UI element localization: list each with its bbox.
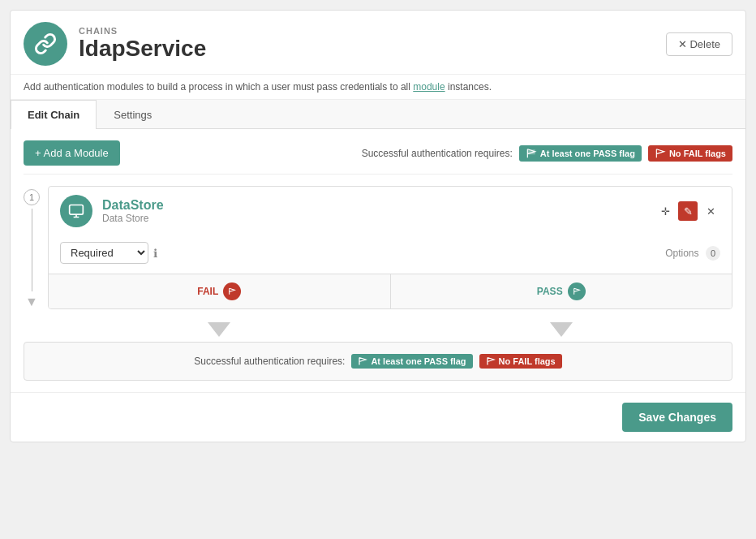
module-card-actions: ✛ ✎ ✕: [655, 201, 720, 221]
module-type: Data Store: [102, 213, 164, 224]
module-item-wrapper: 1 ▼: [24, 186, 732, 309]
module-card: DataStore Data Store ✛ ✎ ✕: [48, 186, 732, 309]
control-select[interactable]: Required Sufficient Optional Requisite: [60, 242, 148, 264]
options-group: Options 0: [665, 245, 720, 261]
select-group: Required Sufficient Optional Requisite ℹ: [60, 242, 157, 264]
toolbar-row: + Add a Module Successful authentication…: [24, 140, 732, 175]
header-text: CHAINS ldapService: [79, 26, 206, 62]
module-number-circle: 1: [24, 189, 40, 205]
no-fail-badge: No FAIL flags: [648, 145, 732, 162]
auth-requires: Successful authentication requires: At l…: [362, 145, 732, 162]
main-card: CHAINS ldapService ✕ Delete Add authenti…: [10, 10, 746, 442]
tabs-row: Edit Chain Settings: [11, 100, 745, 129]
arrows-row: [24, 317, 732, 342]
options-count: 0: [706, 246, 720, 261]
no-fail-label: No FAIL flags: [669, 149, 726, 158]
fail-cell: FAIL: [49, 274, 391, 308]
module-name: DataStore: [102, 198, 164, 213]
bottom-pass-badge: At least one PASS flag: [351, 354, 472, 369]
remove-module-button[interactable]: ✕: [701, 201, 720, 221]
add-module-button[interactable]: + Add a Module: [24, 140, 120, 166]
description-bar: Add authentication modules to build a pr…: [11, 75, 745, 100]
fail-flag-pill: [223, 282, 241, 300]
edit-module-button[interactable]: ✎: [678, 201, 698, 221]
info-icon[interactable]: ℹ: [153, 247, 157, 260]
module-connector-line: [32, 209, 32, 291]
delete-button[interactable]: ✕ Delete: [666, 32, 732, 56]
fail-label: FAIL: [197, 286, 218, 297]
module-icon: [60, 195, 92, 227]
pass-cell: PASS: [391, 274, 732, 308]
flag-row: FAIL PASS: [49, 274, 732, 308]
chain-icon: [24, 22, 67, 66]
save-changes-button[interactable]: Save Changes: [622, 403, 732, 432]
drag-handle-button[interactable]: ✛: [655, 201, 675, 221]
module-title-group: DataStore Data Store: [60, 195, 164, 227]
pass-label: PASS: [537, 286, 563, 297]
footer-row: Save Changes: [11, 392, 745, 442]
bottom-auth-label: Successful authentication requires:: [194, 356, 345, 367]
header-left: CHAINS ldapService: [24, 22, 206, 66]
module-controls-row: Required Sufficient Optional Requisite ℹ…: [49, 235, 732, 274]
tab-content: + Add a Module Successful authentication…: [11, 129, 745, 392]
module-card-header: DataStore Data Store ✛ ✎ ✕: [49, 187, 732, 235]
header-section: CHAINS ldapService ✕ Delete: [11, 11, 745, 75]
auth-requires-label: Successful authentication requires:: [362, 148, 513, 159]
module-title-text: DataStore Data Store: [102, 198, 164, 224]
options-label: Options: [665, 248, 698, 259]
pass-arrow: [390, 317, 732, 342]
tab-settings[interactable]: Settings: [97, 100, 169, 129]
breadcrumb: CHAINS: [79, 26, 206, 36]
svg-rect-0: [70, 205, 84, 215]
page-container: CHAINS ldapService ✕ Delete Add authenti…: [0, 0, 756, 539]
module-link[interactable]: module: [413, 81, 445, 93]
tab-edit-chain[interactable]: Edit Chain: [11, 100, 97, 129]
description-text: Add authentication modules to build a pr…: [24, 81, 492, 93]
bottom-fail-badge: No FAIL flags: [479, 354, 562, 369]
bottom-fail-label: No FAIL flags: [499, 356, 556, 366]
pass-flag-pill: [568, 282, 586, 300]
pass-flag-label: At least one PASS flag: [540, 149, 635, 158]
module-number-col: 1 ▼: [24, 186, 40, 309]
chain-title: ldapService: [79, 36, 206, 62]
module-connector-arrow: ▼: [25, 295, 38, 309]
pass-flag-badge: At least one PASS flag: [519, 145, 642, 162]
arrow-down-icon-fail: [208, 322, 230, 337]
bottom-pass-label: At least one PASS flag: [371, 356, 466, 366]
fail-arrow: [48, 317, 390, 342]
arrow-down-icon-pass: [550, 322, 573, 337]
bottom-summary-box: Successful authentication requires: At l…: [24, 342, 732, 381]
